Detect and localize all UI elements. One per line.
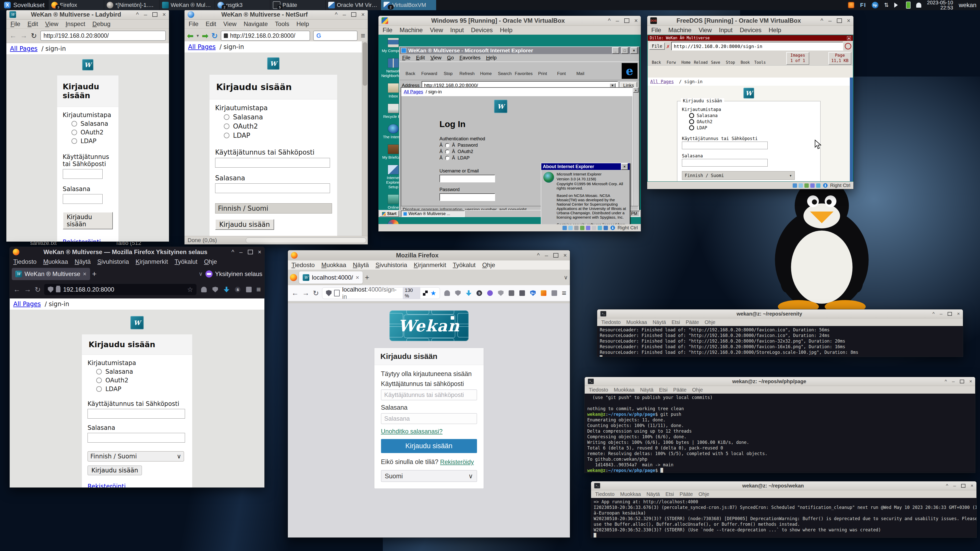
forgot-password-link[interactable]: Unohditko salasanasi? [381,428,443,435]
reload-icon[interactable]: ↻ [313,289,319,297]
taskbar-window-button[interactable]: 2 VirtualBoxVM [381,0,436,10]
ie-titlebar[interactable]: WeKan ® Multiverse - Microsoft Internet … [400,47,639,54]
browser-tab[interactable]: W WeKan ® Multiverse × [12,268,90,280]
password-input[interactable] [381,413,477,424]
rollup-button[interactable]: ^ [335,11,338,18]
reader-mode-icon[interactable] [423,291,428,295]
maximize-button[interactable] [837,18,842,23]
all-pages-link[interactable]: All Pages [188,43,216,51]
netsurf-titlebar[interactable]: WeKan ® Multiverse - NetSurf ^–× [185,10,368,20]
ie-toolbar-button[interactable]: Print [533,63,552,76]
terminal-output[interactable]: (use "git push" to publish your local co… [585,394,975,473]
toolbar-extension-icon[interactable]: S [234,286,242,293]
radio-icon[interactable] [224,114,229,120]
menu-item[interactable]: Tiedosto [589,387,608,393]
radio-icon[interactable] [689,125,694,130]
radio-icon[interactable] [96,369,102,375]
maximize-button[interactable]: □ [621,47,628,54]
rollup-button[interactable]: ^ [932,311,935,317]
menu-item[interactable]: Muokkaa [321,262,346,268]
maximize-button[interactable] [960,380,964,383]
toolbar-extension-icon[interactable] [465,289,473,297]
taskbar-window-button[interactable]: 2 nsgtk3 [215,0,270,10]
dillo-toolbar-button[interactable]: Stop [723,54,738,65]
menu-item[interactable]: File [402,55,410,61]
radio-icon[interactable] [72,121,77,127]
menu-item[interactable]: Etsi [671,319,680,325]
taskbar-task-button[interactable]: WeKan ® Multiverse ... [401,210,465,217]
auth-method-option[interactable]: Â Â Password [439,143,562,148]
bookmark-star-icon[interactable]: ★ [430,289,436,297]
close-button[interactable]: × [258,249,261,256]
radio-icon[interactable] [689,119,694,124]
url-field[interactable]: http://192.168.0.20:8000/ [40,30,166,41]
forward-icon[interactable]: → [302,289,309,297]
username-input[interactable] [63,169,103,179]
menu-icon[interactable]: ≡ [256,285,261,294]
close-button[interactable]: × [957,311,960,317]
menu-item[interactable]: Debug [92,21,110,27]
ie-toolbar-button[interactable]: Favorites [514,63,533,76]
menu-item[interactable]: Inspect [65,21,85,27]
tray-icon[interactable] [848,2,854,8]
menu-item[interactable]: Näytä [353,262,369,268]
menu-item[interactable]: Ohje [692,387,703,393]
menu-item[interactable]: Kirjanmerkit [135,258,168,265]
back-icon[interactable]: ← [10,32,17,40]
minimize-button[interactable]: – [952,379,955,384]
auth-method-option[interactable]: Salasana [96,368,186,375]
menu-item[interactable]: Tiedosto [595,491,614,497]
menu-item[interactable]: View [430,27,443,34]
menu-item[interactable]: Pääte [679,491,693,497]
vm-titlebar[interactable]: DOS FreeDOS [Running] - Oracle VM Virtua… [647,16,853,26]
close-button[interactable]: × [621,163,628,170]
back-icon[interactable]: ← [13,286,21,294]
menu-item[interactable]: Tiedosto [291,262,315,268]
menu-item[interactable]: Ohje [705,319,715,325]
menu-item[interactable]: Kirjanmerkit [414,262,446,268]
reload-icon[interactable]: ↻ [35,286,41,294]
rollup-button[interactable]: ^ [231,249,234,256]
close-button[interactable]: × [635,17,638,24]
menu-item[interactable]: Etsi [659,387,667,393]
close-button[interactable]: × [361,11,365,18]
menu-item[interactable]: Pääte [673,387,687,393]
forward-icon[interactable]: ➡ [202,32,208,40]
password-input[interactable] [439,193,495,201]
menu-item[interactable]: Help [296,21,309,27]
taskbar-window-button[interactable]: 5 Pääte [270,0,326,10]
menu-item[interactable]: Muokkaa [626,319,647,325]
auth-method-option[interactable]: LDAP [72,138,113,144]
rollup-button[interactable]: ^ [821,17,823,24]
tracking-shield-icon[interactable] [48,286,53,292]
auth-method-option[interactable]: Salasana [689,113,816,118]
dillo-toolbar-button[interactable]: Forw [664,54,678,65]
username-input[interactable] [88,409,185,419]
menu-item[interactable]: Työkalut [453,262,476,268]
radio-icon[interactable] [445,143,449,148]
firefox-titlebar[interactable]: Mozilla Firefox ^–× [288,250,570,260]
language-select[interactable]: Finnish / Suomi▾ [682,171,795,180]
web-search-field[interactable]: G [313,30,358,41]
bookmark-star-icon[interactable]: ☆ [187,286,193,294]
ie-vertical-scrollbar[interactable]: ▲ [633,87,638,206]
minimize-button[interactable]: – [829,17,832,24]
menu-item[interactable]: Go [447,55,454,61]
clear-url-icon[interactable]: ✗ [667,43,670,49]
toolbar-extension-icon[interactable] [540,289,547,297]
close-button[interactable]: × [162,11,166,18]
menu-item[interactable]: Help [769,27,781,34]
start-button[interactable]: Start [380,211,399,217]
menu-item[interactable]: File [383,27,393,34]
all-pages-link[interactable]: All Pages [650,79,674,84]
menu-item[interactable]: Machine [668,27,692,34]
menu-item[interactable]: View [45,21,59,27]
maximize-button[interactable] [948,312,952,316]
toolbar-extension-icon[interactable] [550,289,558,297]
menu-item[interactable]: Edit [27,21,38,27]
menu-item[interactable]: Devices [471,27,493,34]
tab-close-icon[interactable]: × [355,274,359,281]
vertical-scrollbar[interactable] [362,41,368,236]
list-tabs-chevron-icon[interactable]: ∨ [564,274,568,281]
terminal-titlebar[interactable]: >_ wekan@z: ~/repos/wekan ^–× [591,481,977,490]
